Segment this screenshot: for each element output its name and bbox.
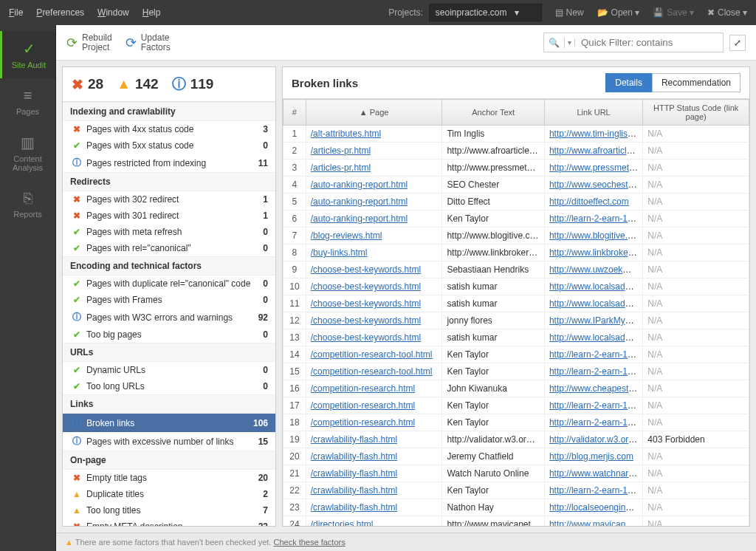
table-row[interactable]: 23/crawlability-flash.htmlNathon Hayhttp… (284, 499, 749, 516)
factor-row[interactable]: ✖Empty META description23 (63, 519, 275, 526)
page-link[interactable]: /competition-research-tool.html (311, 349, 433, 360)
url-link[interactable]: http://learn-2-earn-1k-a-d... (549, 366, 643, 377)
url-link[interactable]: http://dittoeffect.com (549, 196, 629, 207)
nav-reports[interactable]: ⎘Reports (0, 181, 55, 227)
col-num[interactable]: # (284, 100, 306, 126)
quick-filter-input[interactable] (575, 33, 723, 52)
table-row[interactable]: 14/competition-research-tool.htmlKen Tay… (284, 346, 749, 363)
url-link[interactable]: http://www.linkbrokeronli... (549, 247, 643, 258)
page-link[interactable]: /articles-pr.html (311, 146, 371, 156)
expand-button[interactable]: ⤢ (729, 35, 746, 51)
url-link[interactable]: http://www.pressmethod... (549, 162, 643, 173)
table-row[interactable]: 24/directories.htmlhttp://www.mavicanet.… (284, 516, 749, 527)
url-link[interactable]: http://blog.merjis.com (549, 451, 633, 462)
factor-row[interactable]: ✔Pages with 5xx status code0 (63, 137, 275, 154)
page-link[interactable]: /competition-research.html (311, 400, 415, 411)
url-link[interactable]: http://www.mavicanet.com (549, 519, 643, 526)
page-link[interactable]: /buy-links.html (311, 247, 368, 258)
page-link[interactable]: /choose-best-keywords.html (311, 315, 421, 326)
page-link[interactable]: /crawlability-flash.html (311, 485, 397, 496)
table-row[interactable]: 6/auto-ranking-report.htmlKen Taylorhttp… (284, 211, 749, 227)
table-row[interactable]: 12/choose-best-keywords.htmljonny flores… (284, 312, 749, 329)
page-link[interactable]: /crawlability-flash.html (311, 434, 397, 445)
factor-row[interactable]: ✔Pages with meta refresh0 (63, 224, 275, 240)
factor-row[interactable]: ✔Pages with duplicate rel="canonical" co… (63, 276, 275, 292)
page-link[interactable]: /choose-best-keywords.html (311, 332, 421, 343)
page-link[interactable]: /auto-ranking-report.html (311, 179, 408, 190)
menu-preferences[interactable]: Preferences (36, 7, 84, 18)
url-link[interactable]: http://learn-2-earn-1k-a-d... (549, 485, 643, 496)
col-anchor[interactable]: Anchor Text (442, 100, 545, 126)
url-link[interactable]: http://www.uwzoekmachi... (549, 264, 643, 275)
nav-pages[interactable]: ≡Pages (0, 78, 55, 125)
factor-row[interactable]: ✔Too long URLs0 (63, 378, 275, 394)
table-row[interactable]: 20/crawlability-flash.htmlJeremy Chatfie… (284, 448, 749, 465)
table-row[interactable]: 9/choose-best-keywords.htmlSebastiaan He… (284, 261, 749, 278)
url-link[interactable]: http://www.blogitive.com/ (549, 230, 643, 241)
table-row[interactable]: 1/alt-attributes.htmlTim Inglishttp://ww… (284, 126, 749, 143)
url-link[interactable]: http://www.seochester.c... (549, 179, 643, 190)
col-status[interactable]: HTTP Status Code (link page) (643, 100, 749, 126)
table-row[interactable]: 7/blog-reviews.htmlhttp://www.blogitive.… (284, 227, 749, 244)
table-row[interactable]: 4/auto-ranking-report.htmlSEO Chesterhtt… (284, 177, 749, 194)
factor-row[interactable]: ⓘBroken links106 (63, 414, 275, 432)
url-link[interactable]: http://www.localsadda.co... (549, 298, 643, 309)
url-link[interactable]: http://learn-2-earn-1k-a-d... (549, 400, 643, 411)
page-link[interactable]: /crawlability-flash.html (311, 468, 397, 479)
summary-info[interactable]: ⓘ119 (172, 75, 214, 94)
nav-site-audit[interactable]: ✓Site Audit (0, 31, 55, 78)
nav-content-analysis[interactable]: ▥Content Analysis (0, 125, 55, 181)
page-link[interactable]: /choose-best-keywords.html (311, 264, 421, 275)
page-link[interactable]: /blog-reviews.html (311, 230, 382, 241)
summary-errors[interactable]: ✖28 (72, 76, 103, 93)
factor-row[interactable]: ✔Dynamic URLs0 (63, 362, 275, 378)
table-row[interactable]: 19/crawlability-flash.htmlhttp://validat… (284, 431, 749, 448)
url-link[interactable]: http://www.localsadda.co... (549, 281, 643, 292)
table-row[interactable]: 2/articles-pr.htmlhttp://www.afroarticle… (284, 143, 749, 160)
factor-row[interactable]: ⓘPages with excessive number of links15 (63, 432, 275, 451)
page-link[interactable]: /competition-research-tool.html (311, 366, 433, 377)
factor-row[interactable]: ✔Pages with Frames0 (63, 292, 275, 308)
save-button[interactable]: 💾Save ▾ (653, 7, 694, 18)
filter-dropdown-icon[interactable]: ▾ (565, 38, 575, 47)
factor-row[interactable]: ✖Empty title tags20 (63, 470, 275, 486)
table-row[interactable]: 8/buy-links.htmlhttp://www.linkbrokeronl… (284, 244, 749, 261)
url-link[interactable]: http://validator.w3.org/ch... (549, 434, 643, 445)
rebuild-project-button[interactable]: ⟳ RebuildProject (66, 33, 112, 52)
url-link[interactable]: http://www.watchnaruto-... (549, 468, 643, 479)
url-link[interactable]: http://www.IParkMyDoma... (549, 315, 643, 326)
menu-window[interactable]: Window (97, 7, 129, 18)
page-link[interactable]: /choose-best-keywords.html (311, 281, 421, 292)
menu-help[interactable]: Help (142, 7, 161, 18)
update-factors-button[interactable]: ⟳ UpdateFactors (126, 33, 171, 52)
page-link[interactable]: /auto-ranking-report.html (311, 213, 408, 224)
url-link[interactable]: http://www.afroarticles.co... (549, 146, 643, 156)
table-row[interactable]: 15/competition-research-tool.htmlKen Tay… (284, 363, 749, 380)
project-selector[interactable]: seoinpractice.com ▾ (429, 4, 542, 21)
url-link[interactable]: http://localseoengine.com (549, 502, 643, 513)
factor-row[interactable]: ✔Pages with rel="canonical"0 (63, 240, 275, 256)
factor-row[interactable]: ⓘPages restricted from indexing11 (63, 154, 275, 172)
factor-row[interactable]: ▲Too long titles7 (63, 502, 275, 519)
url-link[interactable]: http://learn-2-earn-1k-a-d... (549, 417, 643, 428)
table-row[interactable]: 3/articles-pr.htmlhttp://www.pressmethod… (284, 160, 749, 177)
page-link[interactable]: /competition-research.html (311, 383, 415, 394)
tab-details[interactable]: Details (605, 73, 652, 92)
factor-row[interactable]: ✔Too big pages0 (63, 326, 275, 343)
new-button[interactable]: ▤New (555, 7, 584, 18)
table-row[interactable]: 11/choose-best-keywords.htmlsatish kumar… (284, 295, 749, 312)
page-link[interactable]: /competition-research.html (311, 417, 415, 428)
page-link[interactable]: /alt-attributes.html (311, 129, 381, 139)
table-row[interactable]: 18/competition-research.htmlKen Taylorht… (284, 414, 749, 431)
col-page[interactable]: ▲ Page (306, 100, 442, 126)
check-factors-link[interactable]: Check these factors (273, 538, 345, 547)
summary-warnings[interactable]: ▲142 (117, 76, 159, 92)
table-row[interactable]: 13/choose-best-keywords.htmlsatish kumar… (284, 329, 749, 346)
menu-file[interactable]: File (9, 7, 23, 18)
url-link[interactable]: http://www.cheapestgas... (549, 383, 643, 394)
factor-row[interactable]: ▲Duplicate titles2 (63, 486, 275, 502)
page-link[interactable]: /directories.html (311, 519, 374, 526)
table-row[interactable]: 21/crawlability-flash.htmlWatch Naruto O… (284, 465, 749, 482)
tab-recommendation[interactable]: Recommendation (652, 73, 740, 92)
url-link[interactable]: http://learn-2-earn-1k-a-d... (549, 213, 643, 224)
